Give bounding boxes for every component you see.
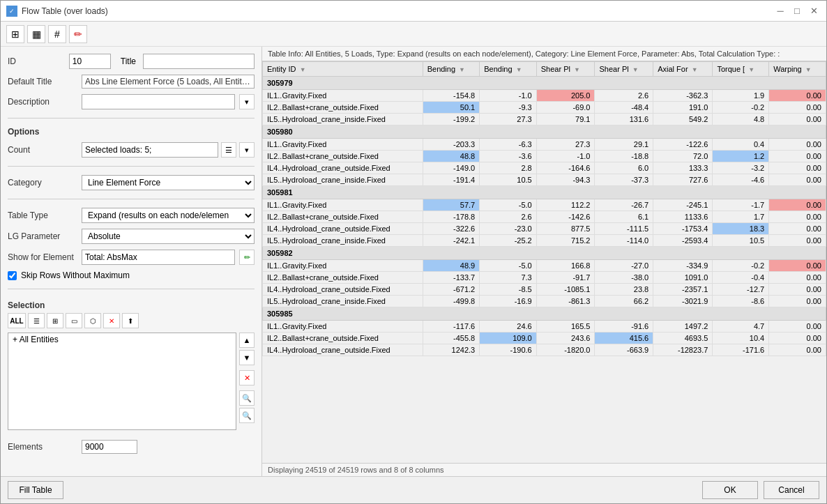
elements-row: Elements xyxy=(8,440,255,454)
table-cell: -1.0 xyxy=(480,90,537,102)
lg-parameter-select[interactable]: Absolute xyxy=(82,229,255,244)
table-cell: IL4..Hydroload_crane_outside.Fixed xyxy=(263,344,423,356)
pen-button[interactable]: ✏ xyxy=(69,25,87,43)
col-bending1[interactable]: Bending ▼ xyxy=(423,62,480,77)
col-shear2[interactable]: Shear Pl ▼ xyxy=(595,62,653,77)
table-cell: -12823.7 xyxy=(653,344,713,356)
description-input[interactable] xyxy=(82,94,235,109)
title-input[interactable] xyxy=(143,54,255,69)
table-cell: -164.6 xyxy=(536,162,595,174)
table-cell: 243.6 xyxy=(536,333,595,344)
skip-rows-checkbox[interactable] xyxy=(8,271,17,280)
table-cell: 0.00 xyxy=(769,199,826,211)
table-cell: -2357.1 xyxy=(653,284,713,296)
sel-grid-button[interactable]: ⊞ xyxy=(47,313,63,328)
table-cell: -37.3 xyxy=(595,174,653,186)
table-cell: -178.8 xyxy=(423,211,480,223)
col-warping[interactable]: Warping ▼ xyxy=(769,62,826,77)
sel-list-button[interactable]: ☰ xyxy=(28,313,45,328)
table-row: IL4..Hydroload_crane_outside.Fixed-322.6… xyxy=(263,223,826,235)
count-list-button[interactable]: ☰ xyxy=(221,142,236,158)
table-cell: 2.6 xyxy=(480,211,537,223)
sel-delete-button[interactable]: ✕ xyxy=(103,313,120,328)
table-cell: -12.7 xyxy=(713,284,769,296)
hash-button[interactable]: # xyxy=(48,25,66,43)
table-cell: -9.3 xyxy=(480,102,537,114)
table-cell: 0.00 xyxy=(769,235,826,247)
table-cell: 4.8 xyxy=(713,114,769,125)
id-input[interactable] xyxy=(69,54,111,69)
table-row: IL5..Hydroload_crane_inside.Fixed-242.1-… xyxy=(263,235,826,247)
table-cell: -18.8 xyxy=(595,151,653,162)
elements-input[interactable] xyxy=(82,440,137,454)
table-cell: 10.4 xyxy=(713,333,769,344)
grid-view-button[interactable]: ⊞ xyxy=(6,25,24,43)
main-content: ID Title Default Title Abs Line Element … xyxy=(1,47,826,476)
table-cell: 166.8 xyxy=(536,260,595,272)
filter-icon-warping: ▼ xyxy=(805,66,812,73)
all-entities-item[interactable]: + All Entities xyxy=(8,333,236,346)
table-cell: 133.3 xyxy=(653,162,713,174)
table-cell: -2593.4 xyxy=(653,235,713,247)
bottom-bar: Fill Table OK Cancel xyxy=(1,476,826,503)
table-cell: -154.8 xyxy=(423,90,480,102)
close-button[interactable]: ✕ xyxy=(807,4,821,18)
table-cell: 50.1 xyxy=(423,102,480,114)
table-view-button[interactable]: ▦ xyxy=(27,25,45,43)
minimize-button[interactable]: ─ xyxy=(773,4,787,18)
table-cell: 205.0 xyxy=(536,90,595,102)
table-row: IL1..Gravity.Fixed-154.8-1.0205.02.6-362… xyxy=(263,90,826,102)
title-label: Title xyxy=(121,56,136,66)
data-table: Entity ID ▼ Bending ▼ Bending ▼ Shear Pl… xyxy=(262,61,826,356)
table-cell: 1.2 xyxy=(713,151,769,162)
table-cell: IL2..Ballast+crane_outside.Fixed xyxy=(263,333,423,344)
entity-group-row: 305980 xyxy=(263,125,826,139)
table-row: IL4..Hydroload_crane_outside.Fixed-149.0… xyxy=(263,162,826,174)
col-entity-id[interactable]: Entity ID ▼ xyxy=(263,62,423,77)
sel-zoom-out-button[interactable]: 🔍 xyxy=(239,408,255,423)
selection-list: + All Entities xyxy=(8,333,236,430)
table-cell: IL1..Gravity.Fixed xyxy=(263,139,423,151)
table-cell: -322.6 xyxy=(423,223,480,235)
table-body: 305979IL1..Gravity.Fixed-154.8-1.0205.02… xyxy=(263,77,826,356)
table-row: IL1..Gravity.Fixed48.9-5.0166.8-27.0-334… xyxy=(263,260,826,272)
table-cell: IL1..Gravity.Fixed xyxy=(263,321,423,333)
sel-zoom-in-button[interactable]: 🔍 xyxy=(239,390,255,406)
sel-remove-button[interactable]: ✕ xyxy=(239,370,255,385)
table-cell: IL5..Hydroload_crane_inside.Fixed xyxy=(263,174,423,186)
maximize-button[interactable]: □ xyxy=(790,4,804,18)
sel-import-button[interactable]: ⬆ xyxy=(122,313,139,328)
col-torque[interactable]: Torque [ ▼ xyxy=(713,62,769,77)
fill-table-button[interactable]: Fill Table xyxy=(8,481,63,499)
show-for-element-input[interactable] xyxy=(82,250,235,265)
table-cell: -8.5 xyxy=(480,284,537,296)
sel-rect-button[interactable]: ▭ xyxy=(66,313,82,328)
description-label: Description xyxy=(8,97,77,107)
col-bending2[interactable]: Bending ▼ xyxy=(480,62,537,77)
show-for-element-edit-button[interactable]: ✏ xyxy=(239,250,255,265)
col-shear1[interactable]: Shear Pl ▼ xyxy=(536,62,595,77)
sel-all-button[interactable]: ALL xyxy=(8,313,26,328)
table-type-select[interactable]: Expand (results on each node/elemen xyxy=(82,208,255,223)
filter-icon-entity: ▼ xyxy=(300,66,306,73)
divider-3 xyxy=(8,199,255,199)
sel-down-button[interactable]: ▼ xyxy=(239,350,255,365)
divider-4 xyxy=(8,289,255,289)
ok-button[interactable]: OK xyxy=(702,481,758,499)
toolbar: ⊞ ▦ # ✏ xyxy=(1,22,826,47)
description-dropdown-button[interactable]: ▾ xyxy=(239,94,255,109)
count-arrow-button[interactable]: ▾ xyxy=(239,142,255,158)
table-wrapper[interactable]: Entity ID ▼ Bending ▼ Bending ▼ Shear Pl… xyxy=(262,61,826,463)
cancel-button[interactable]: Cancel xyxy=(764,481,819,499)
table-cell: IL5..Hydroload_crane_inside.Fixed xyxy=(263,296,423,307)
count-input[interactable] xyxy=(82,142,218,158)
table-cell: 2.6 xyxy=(595,90,653,102)
table-cell: -91.7 xyxy=(536,272,595,284)
table-cell: IL4..Hydroload_crane_outside.Fixed xyxy=(263,162,423,174)
table-cell: 4693.5 xyxy=(653,333,713,344)
category-select[interactable]: Line Element Force xyxy=(82,175,255,190)
sel-poly-button[interactable]: ⬡ xyxy=(84,313,101,328)
table-cell: -117.6 xyxy=(423,321,480,333)
col-axial[interactable]: Axial For ▼ xyxy=(653,62,713,77)
sel-up-button[interactable]: ▲ xyxy=(239,333,255,348)
